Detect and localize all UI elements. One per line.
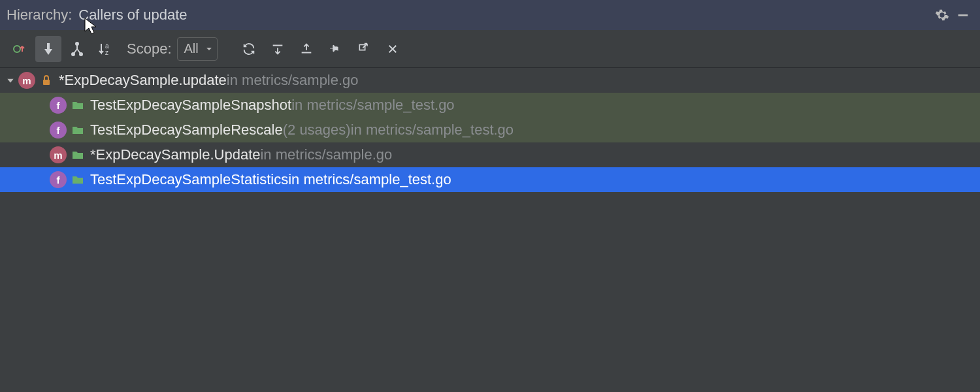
node-name: *ExpDecaySample.Update (90, 146, 260, 163)
svg-point-1 (14, 46, 20, 52)
scope-label: Scope: (127, 41, 172, 57)
tree-row[interactable]: m*ExpDecaySample.Update in metrics/sampl… (0, 142, 980, 167)
svg-point-3 (72, 53, 74, 56)
sort-alpha-icon[interactable]: az (93, 36, 119, 62)
caller-hierarchy-icon[interactable] (7, 36, 33, 62)
refresh-icon[interactable] (236, 36, 262, 62)
panel-title-prefix: Hierarchy: (7, 7, 72, 24)
node-name: TestExpDecaySampleStatistics (90, 171, 288, 188)
node-name: TestExpDecaySampleRescale (90, 122, 283, 139)
close-icon[interactable] (380, 36, 406, 62)
toolbar: az Scope: All (0, 30, 980, 68)
expand-arrow-icon[interactable] (4, 76, 17, 85)
method-badge-icon: m (18, 72, 35, 89)
tree-row[interactable]: fTestExpDecaySampleSnapshot in metrics/s… (0, 93, 980, 118)
node-path: in metrics/sample_test.go (351, 122, 514, 139)
hierarchy-tree[interactable]: m*ExpDecaySample.update in metrics/sampl… (0, 68, 980, 392)
minimize-icon[interactable] (953, 5, 973, 25)
folder-icon (71, 150, 85, 160)
export-icon[interactable] (351, 36, 377, 62)
function-badge-icon: f (50, 122, 67, 139)
node-path: in metrics/sample.go (227, 72, 359, 89)
svg-rect-7 (43, 80, 50, 85)
tree-row[interactable]: m*ExpDecaySample.update in metrics/sampl… (0, 68, 980, 93)
node-name: TestExpDecaySampleSnapshot (90, 97, 291, 114)
method-badge-icon: m (50, 146, 67, 163)
scope-select[interactable]: All (177, 37, 218, 61)
gear-icon[interactable] (932, 5, 953, 25)
svg-point-4 (80, 53, 82, 56)
tree-row[interactable]: fTestExpDecaySampleRescale (2 usages) in… (0, 118, 980, 142)
node-path: in metrics/sample.go (260, 146, 392, 163)
svg-text:z: z (105, 49, 108, 56)
titlebar: Hierarchy: Callers of update (0, 0, 980, 30)
chevron-down-icon (205, 45, 213, 53)
usages-count: (2 usages) (283, 122, 351, 139)
function-badge-icon: f (50, 171, 67, 188)
pin-icon[interactable] (322, 36, 348, 62)
scope-value: All (184, 41, 199, 56)
node-path: in metrics/sample_test.go (291, 97, 454, 114)
lock-icon (39, 74, 54, 86)
panel-title: Callers of update (78, 7, 187, 24)
expand-all-icon[interactable] (265, 36, 291, 62)
folder-icon (71, 125, 85, 135)
folder-icon (71, 100, 85, 110)
subtypes-hierarchy-icon[interactable] (64, 36, 90, 62)
node-name: *ExpDecaySample.update (59, 72, 227, 89)
collapse-all-icon[interactable] (293, 36, 319, 62)
svg-point-2 (76, 42, 78, 45)
folder-icon (71, 174, 85, 185)
node-path: in metrics/sample_test.go (288, 171, 451, 188)
callee-hierarchy-icon[interactable] (35, 36, 61, 62)
tree-row[interactable]: fTestExpDecaySampleStatistics in metrics… (0, 167, 980, 192)
svg-rect-0 (958, 14, 968, 16)
function-badge-icon: f (50, 97, 67, 114)
